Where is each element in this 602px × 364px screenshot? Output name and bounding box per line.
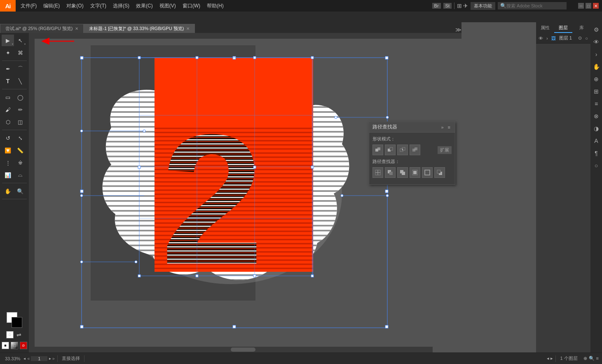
menu-select[interactable]: 选择(S) (110, 0, 133, 12)
pathfinder-menu-btn[interactable]: ≡ (447, 125, 452, 130)
shape-modes-label: 形状模式： (372, 136, 452, 142)
background-color[interactable] (12, 317, 22, 328)
menu-edit[interactable]: 编辑(E) (40, 0, 63, 12)
merge-btn[interactable] (397, 167, 408, 178)
menu-window[interactable]: 窗口(W) (179, 0, 204, 12)
symbol-sprayer-tool[interactable]: ※ (14, 157, 26, 168)
menu-file[interactable]: 文件(F) (17, 0, 40, 12)
transform-icon[interactable]: ⊞ (591, 86, 601, 96)
bridge-btn[interactable]: Br (432, 3, 441, 9)
color-wheel-icon[interactable]: ◑ (591, 124, 601, 133)
intersect-btn[interactable] (397, 145, 408, 155)
page-input[interactable] (31, 356, 47, 361)
menu-help[interactable]: 帮助(H) (204, 0, 227, 12)
tab-1[interactable]: 未标题-1 [已恢复]* @ 33.33% (RGB/GPU 预览) ✕ (84, 24, 195, 33)
navigate-next-btn[interactable]: ▸ (550, 356, 553, 361)
rotate-tool[interactable]: ↺ (2, 132, 14, 144)
gradient-btn[interactable]: ◻ (11, 342, 18, 349)
direct-selection-tool[interactable]: ↖ ▾ (14, 35, 26, 46)
search-input[interactable] (506, 3, 564, 8)
pen-tool[interactable]: ✒ (2, 63, 14, 75)
default-colors-btn[interactable]: D (6, 331, 14, 338)
shape-builder-icon[interactable]: ⊕ (591, 74, 601, 84)
eyedropper-tool[interactable]: 🔽 (2, 145, 14, 156)
eye-icon[interactable]: 👁 (591, 37, 601, 47)
pencil-tool[interactable]: ✏ (14, 104, 26, 115)
workspace-dropdown[interactable]: 基本功能 (471, 2, 495, 10)
divide-btn[interactable] (372, 167, 383, 178)
zoom-nav-prev[interactable]: ◂ (23, 356, 26, 361)
maximize-button[interactable]: □ (586, 3, 591, 9)
paragraph-icon[interactable]: ¶ (591, 148, 601, 158)
slice-tool[interactable]: ⌓ (14, 169, 26, 181)
scale-tool[interactable]: ⤡ (14, 132, 26, 144)
hand-panel-icon[interactable]: ✋ (591, 62, 601, 72)
blend-tool[interactable]: ⋮ (2, 157, 14, 168)
hand-tool[interactable]: ✋ (2, 185, 14, 197)
tab-0[interactable]: 尝试.ai* @ 25% (RGB/GPU 预览) ✕ (0, 24, 84, 33)
layer-visibility-btn[interactable]: 👁 (539, 36, 543, 41)
navigate-btn[interactable]: ◂ (547, 356, 549, 361)
artboard-settings-btn[interactable]: ≡ (596, 356, 599, 361)
exclude-btn[interactable] (410, 145, 420, 155)
new-artboard-btn[interactable]: ⊕ (583, 356, 587, 361)
rectangle-tool[interactable]: ▭ (2, 91, 14, 103)
align-icon[interactable]: ≡ (591, 99, 601, 109)
zoom-nav-next[interactable]: ▸ (49, 356, 51, 361)
layer-options-btn[interactable]: ⊙ (578, 35, 582, 41)
menu-type[interactable]: 文字(T) (87, 0, 110, 12)
trim-btn[interactable] (385, 167, 396, 178)
artboard-search-btn[interactable]: 🔍 (589, 356, 595, 361)
circle-icon[interactable]: ○ (591, 161, 601, 170)
lasso-tool[interactable]: ⌘ (14, 47, 26, 58)
forward-icon[interactable]: › (591, 49, 601, 59)
close-button[interactable]: ✕ (593, 3, 599, 9)
properties-tab[interactable]: 属性 (536, 22, 554, 33)
minimize-button[interactable]: ─ (578, 3, 584, 9)
crop-btn[interactable] (410, 167, 420, 178)
zoom-nav-last[interactable]: ▹ (53, 356, 55, 361)
menu-effect[interactable]: 效果(C) (133, 0, 156, 12)
search-area[interactable]: 🔍 (498, 2, 567, 9)
pathfinder-icon[interactable]: ⊗ (591, 111, 601, 121)
text-tool[interactable]: T (2, 75, 14, 87)
measure-tool[interactable]: 📏 (14, 145, 26, 156)
minus-front-btn[interactable] (385, 145, 396, 155)
arrange-icon[interactable]: ⊞ (457, 2, 462, 9)
tab-close-0[interactable]: ✕ (75, 26, 78, 31)
collapse-panels-btn[interactable]: ≫ (455, 26, 461, 33)
outline-btn[interactable] (422, 167, 433, 178)
zoom-nav-first[interactable]: ◃ (27, 356, 29, 361)
paintbrush-tool[interactable]: 🖌 (2, 104, 14, 115)
settings-panel-icon[interactable]: ⚙ (591, 25, 601, 35)
swap-colors-btn[interactable]: ⇌ (15, 331, 23, 338)
menu-object[interactable]: 对象(O) (63, 0, 87, 12)
menu-view[interactable]: 视图(V) (156, 0, 179, 12)
pathfinder-expand-btn[interactable]: » (440, 125, 445, 130)
send-icon[interactable]: ✈ (463, 2, 468, 9)
layers-tab[interactable]: 图层 (554, 22, 572, 33)
line-tool[interactable]: ╲ (14, 75, 26, 87)
stock-btn[interactable]: St (443, 3, 452, 9)
tab-close-1[interactable]: ✕ (186, 26, 190, 31)
minus-back-btn[interactable] (434, 167, 445, 178)
magic-wand-tool[interactable]: ✦ (2, 47, 14, 58)
layer-forward-btn[interactable]: › (546, 36, 548, 41)
expand-btn[interactable]: 扩展 (438, 146, 452, 154)
unite-btn[interactable] (372, 145, 383, 155)
zoom-tool[interactable]: 🔍 (14, 185, 26, 197)
none-btn[interactable]: ⊘ (20, 342, 27, 349)
ellipse-tool[interactable]: ◯ (14, 91, 26, 103)
color-fill-btn[interactable]: ■ (2, 342, 9, 349)
horizontal-scrollbar-thumb[interactable] (231, 348, 255, 352)
type-panel-icon[interactable]: A (591, 136, 601, 146)
selection-tool[interactable]: ▶ ▾ (2, 35, 14, 46)
layer-lock-btn[interactable]: ○ (585, 36, 588, 41)
eraser-tool[interactable]: ◫ (14, 116, 26, 128)
shaper-tool[interactable]: ⬡ (2, 116, 14, 128)
horizontal-scrollbar[interactable] (29, 347, 433, 352)
curvature-tool[interactable]: ⌒ (14, 63, 26, 75)
library-tab[interactable]: 库 (572, 22, 590, 33)
column-graph-tool[interactable]: 📊 (2, 169, 14, 181)
canvas-area[interactable]: 2 (29, 33, 461, 352)
